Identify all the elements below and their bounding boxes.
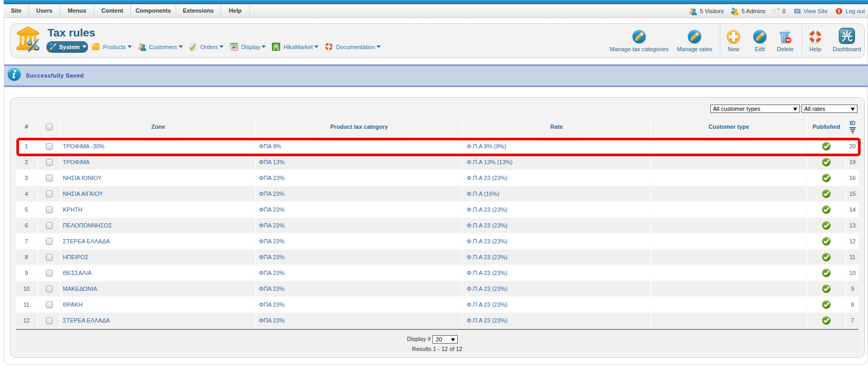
view-site-link[interactable]: View Site xyxy=(794,7,828,15)
product-tax-category-link[interactable]: ΦΠΑ 23% xyxy=(259,191,285,197)
row-checkbox[interactable] xyxy=(46,175,53,182)
row-checkbox[interactable] xyxy=(46,206,53,213)
row-checkbox[interactable] xyxy=(46,238,53,245)
published-check-icon[interactable] xyxy=(822,236,831,246)
results-counter: Results 1 - 12 of 12 xyxy=(16,346,859,352)
column-header-Zone[interactable]: Zone xyxy=(61,116,255,138)
column-header-Customer type[interactable]: Customer type xyxy=(651,116,806,138)
row-checkbox[interactable] xyxy=(46,222,53,229)
product-tax-category-link[interactable]: ΦΠΑ 23% xyxy=(259,270,285,276)
rate-link[interactable]: Φ.Π.Α 23 (23%) xyxy=(467,222,507,229)
toolbar-button-manage-tax-categories[interactable]: Manage tax categories xyxy=(607,30,671,52)
published-check-icon[interactable] xyxy=(822,157,831,167)
published-check-icon[interactable] xyxy=(822,268,831,278)
menu-item-extensions[interactable]: Extensions xyxy=(176,4,221,17)
display-count-select[interactable]: 20 xyxy=(432,335,458,344)
zone-link[interactable]: ΝΗΣΙΑ ΙΟΝΙΟΥ xyxy=(63,175,102,181)
zone-link[interactable]: ΣΤΕΡΕΑ ΕΛΛΑΔΑ xyxy=(63,238,110,244)
toolbar-button-new[interactable]: New xyxy=(723,30,744,52)
product-tax-category-link[interactable]: ΦΠΑ 23% xyxy=(259,254,285,260)
menu-item-components[interactable]: Components xyxy=(131,4,176,17)
product-tax-category-link[interactable]: ΦΠΑ 23% xyxy=(259,175,285,181)
product-tax-category-link[interactable]: ΦΠΑ 13% xyxy=(259,159,285,165)
toolbar-button-help[interactable]: Help xyxy=(805,30,826,52)
log-out-link[interactable]: Log out xyxy=(835,7,865,15)
published-check-icon[interactable] xyxy=(822,284,831,293)
toolbar-button-manage-rates[interactable]: Manage rates xyxy=(672,30,717,52)
row-checkbox[interactable] xyxy=(46,301,53,308)
rate-link[interactable]: Φ.Π.Α 9% (9%) xyxy=(467,143,506,149)
rate-link[interactable]: Φ.Π.Α 23 (23%) xyxy=(467,175,507,181)
published-check-icon[interactable] xyxy=(822,189,831,198)
zone-link[interactable]: ΠΕΛΟΠΟΝΝΗΣΟΣ xyxy=(63,222,112,229)
published-check-icon[interactable] xyxy=(822,173,831,183)
rate-link[interactable]: Φ.Π.Α 23 (23%) xyxy=(467,238,507,244)
zone-link[interactable]: ΝΗΣΙΑ ΑΙΓΑΙΟΥ xyxy=(63,191,103,197)
customer-type-cell xyxy=(651,250,806,264)
product-tax-category-link[interactable]: ΦΠΑ 9% xyxy=(259,143,281,149)
row-number: 3 xyxy=(16,170,37,185)
rates-filter-select[interactable]: All rates xyxy=(802,105,857,113)
customer-type-cell xyxy=(651,155,806,169)
product-tax-category-link[interactable]: ΦΠΑ 23% xyxy=(259,238,285,244)
dropdown-arrow-icon xyxy=(793,108,797,111)
zone-link[interactable]: ΘΡΑΚΗ xyxy=(63,301,83,308)
row-checkbox[interactable] xyxy=(46,270,53,277)
zone-link[interactable]: ΘΕΣΣΑΛΙΑ xyxy=(63,270,92,276)
menu-item-menus[interactable]: Menus xyxy=(60,4,94,17)
published-check-icon[interactable] xyxy=(822,141,831,151)
published-check-icon[interactable] xyxy=(822,205,831,214)
toolbar-button-delete[interactable]: Delete xyxy=(773,30,798,52)
published-check-icon[interactable] xyxy=(822,252,831,262)
published-check-icon[interactable] xyxy=(822,300,831,309)
row-checkbox[interactable] xyxy=(46,317,53,324)
select-all-checkbox[interactable] xyxy=(46,124,53,130)
row-checkbox[interactable] xyxy=(46,286,53,292)
logout-icon xyxy=(835,7,843,15)
menu-item-site[interactable]: Site xyxy=(4,4,29,17)
product-tax-category-cell: ΦΠΑ 9% xyxy=(256,139,462,154)
rate-link[interactable]: Φ.Π.Α 23 (23%) xyxy=(467,301,507,308)
zone-link[interactable]: ΣΤΕΡΕΑ ΕΛΛΑΔΑ xyxy=(63,317,110,324)
menu-item-content[interactable]: Content xyxy=(94,4,131,17)
rate-cell: Φ.Π.Α 23 (23%) xyxy=(463,170,650,185)
rate-link[interactable]: Φ.Π.Α (16%) xyxy=(467,191,499,197)
product-tax-category-link[interactable]: ΦΠΑ 23% xyxy=(259,206,285,213)
customer-type-filter-select[interactable]: All customer types xyxy=(710,105,800,113)
rate-link[interactable]: Φ.Π.Α 23 (23%) xyxy=(467,254,507,260)
admins-status[interactable]: 5 Admins xyxy=(730,7,765,15)
product-tax-category-link[interactable]: ΦΠΑ 23% xyxy=(259,286,285,292)
row-checkbox[interactable] xyxy=(46,191,53,197)
zone-link[interactable]: ΗΠΕΙΡΟΣ xyxy=(63,254,89,260)
rate-link[interactable]: Φ.Π.Α 23 (23%) xyxy=(467,317,507,324)
visitors-status[interactable]: 5 Visitors xyxy=(689,7,724,15)
column-header-Product tax category[interactable]: Product tax category xyxy=(256,116,462,138)
rate-link[interactable]: Φ.Π.Α 13% (13%) xyxy=(467,159,513,165)
zone-link[interactable]: ΜΑΚΕΔΟΝΙΑ xyxy=(63,286,97,292)
customer-type-cell xyxy=(651,218,806,233)
product-tax-category-link[interactable]: ΦΠΑ 23% xyxy=(259,222,285,229)
rate-link[interactable]: Φ.Π.Α 23 (23%) xyxy=(467,270,507,276)
messages-status[interactable]: 0 xyxy=(772,7,786,15)
row-checkbox[interactable] xyxy=(46,159,53,166)
rate-link[interactable]: Φ.Π.Α 23 (23%) xyxy=(467,206,507,213)
column-header-Rate[interactable]: Rate xyxy=(463,116,650,138)
row-checkbox[interactable] xyxy=(46,143,53,150)
zone-link[interactable]: ΚΡΗΤΗ xyxy=(63,206,82,213)
menu-item-help[interactable]: Help xyxy=(221,4,250,17)
product-tax-category-cell: ΦΠΑ 23% xyxy=(256,218,462,233)
toolbar-button-dashboard[interactable]: Dashboard xyxy=(830,30,864,52)
menu-item-users[interactable]: Users xyxy=(29,4,60,17)
published-check-icon[interactable] xyxy=(822,221,831,230)
rate-link[interactable]: Φ.Π.Α 23 (23%) xyxy=(467,286,507,292)
product-tax-category-link[interactable]: ΦΠΑ 23% xyxy=(259,317,285,324)
row-checkbox[interactable] xyxy=(46,254,53,261)
product-tax-category-link[interactable]: ΦΠΑ 23% xyxy=(259,301,285,308)
toolbar-button-edit[interactable]: Edit xyxy=(750,30,769,52)
column-header-Published[interactable]: Published xyxy=(807,116,845,138)
published-check-icon[interactable] xyxy=(822,316,831,325)
column-header-checkbox[interactable] xyxy=(38,116,60,138)
column-header-ID[interactable]: ID xyxy=(846,116,859,138)
zone-link[interactable]: ΤΡΟΦΙΜΑ xyxy=(63,159,90,165)
zone-link[interactable]: ΤΡΟΦΙΜΑ -30% xyxy=(63,143,104,149)
